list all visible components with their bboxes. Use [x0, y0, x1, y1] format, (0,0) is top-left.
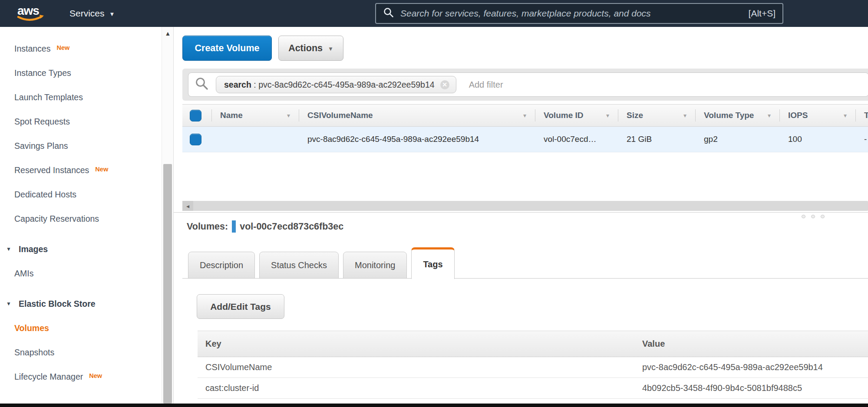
- column-header[interactable]: Size ▾: [618, 105, 695, 126]
- section-collapse-icon[interactable]: ▼: [6, 301, 14, 307]
- aws-logo-icon[interactable]: aws: [17, 3, 46, 24]
- select-all-checkbox[interactable]: [190, 110, 201, 121]
- sort-icon[interactable]: ▾: [287, 112, 290, 119]
- sidebar-item[interactable]: ▼ Capacity Reservations: [0, 207, 174, 231]
- sidebar-item-label: Launch Templates: [14, 92, 83, 102]
- tag-key: CSIVolumeName: [198, 362, 632, 372]
- sidebar-item-label: Instances: [14, 44, 50, 54]
- column-header[interactable]: Volume ID ▾: [535, 105, 618, 126]
- column-header[interactable]: T ▾: [855, 105, 868, 126]
- cell-size: 21 GiB: [618, 127, 695, 152]
- row-select-cell: [182, 127, 211, 152]
- column-header[interactable]: Volume Type ▾: [695, 105, 779, 126]
- detail-tab[interactable]: Description: [188, 252, 255, 279]
- column-header-label: CSIVolumeName: [307, 111, 373, 120]
- sidebar-item-label: Reserved Instances: [14, 165, 89, 175]
- cell-volume-type: gp2: [695, 127, 779, 152]
- sidebar-item-label: Elastic Block Store: [19, 299, 96, 309]
- tag-row: cast:cluster-id 4b092cb5-3458-4f90-9b4c-…: [198, 378, 868, 399]
- volumes-table-header: Name ▾ CSIVolumeName ▾ Volume ID ▾ Size …: [182, 104, 868, 127]
- chevron-down-icon: ▼: [109, 10, 115, 17]
- detail-tab[interactable]: Status Checks: [259, 252, 339, 279]
- main-content: Create Volume Actions ▼ search : pvc-8ac…: [174, 27, 868, 404]
- sort-icon[interactable]: ▾: [683, 112, 686, 119]
- search-icon: [383, 7, 394, 20]
- filter-tag[interactable]: search : pvc-8ac9d62c-c645-495a-989a-ac2…: [216, 76, 456, 93]
- sidebar-item[interactable]: ▼ Lifecycle Manager New: [0, 364, 174, 389]
- sidebar-scrollbar[interactable]: ▲: [162, 27, 173, 404]
- select-all-cell: [182, 105, 211, 126]
- tags-value-header: Value: [632, 339, 868, 349]
- sidebar-item[interactable]: ▼ Snapshots: [0, 340, 174, 364]
- sort-icon[interactable]: ▾: [768, 112, 771, 119]
- tag-value: pvc-8ac9d62c-c645-495a-989a-ac292ee59b14: [632, 362, 868, 372]
- column-header[interactable]: Name ▾: [211, 105, 299, 126]
- tag-key: cast:cluster-id: [198, 383, 632, 393]
- tab-label: Tags: [423, 259, 442, 269]
- tags-table: Key Value CSIVolumeName pvc-8ac9d62c-c64…: [198, 331, 868, 399]
- sort-icon[interactable]: ▾: [844, 112, 847, 119]
- sidebar-item-label: Spot Requests: [14, 117, 70, 127]
- sidebar: ▼ Instances New ▼ Instance Types ▼ Launc…: [0, 27, 174, 404]
- sort-icon[interactable]: ▾: [606, 112, 609, 119]
- scroll-left-icon[interactable]: ◂: [182, 201, 193, 211]
- cell-csi-volume-name: pvc-8ac9d62c-c645-495a-989a-ac292ee59b14: [299, 127, 535, 152]
- sidebar-item[interactable]: ▼ Launch Templates: [0, 85, 174, 109]
- cell-iops: 100: [779, 127, 855, 152]
- sidebar-item[interactable]: ▼ Images: [0, 237, 174, 261]
- sidebar-item-label: Snapshots: [14, 348, 54, 358]
- sidebar-item[interactable]: ▼ Elastic Block Store: [0, 292, 174, 316]
- tags-key-header: Key: [198, 339, 632, 349]
- panel-resize-handle[interactable]: [802, 215, 825, 218]
- column-header[interactable]: IOPS ▾: [779, 105, 855, 126]
- column-header-label: T: [864, 111, 868, 120]
- tags-table-header: Key Value: [198, 331, 868, 357]
- column-header[interactable]: CSIVolumeName ▾: [299, 105, 535, 126]
- filter-key: search: [224, 80, 251, 90]
- volume-id-marker: [232, 220, 236, 233]
- sidebar-item[interactable]: ▼ Spot Requests: [0, 109, 174, 134]
- sidebar-item[interactable]: ▼ Volumes: [0, 316, 174, 340]
- global-search-input[interactable]: Search for services, features, marketpla…: [375, 3, 783, 24]
- sidebar-item-label: Savings Plans: [14, 141, 68, 151]
- sidebar-item-label: Images: [19, 244, 48, 254]
- add-filter-placeholder: Add filter: [469, 80, 503, 90]
- sidebar-item[interactable]: ▼ AMIs: [0, 261, 174, 286]
- sidebar-item-label: Lifecycle Manager: [14, 372, 83, 382]
- top-nav: aws Services ▼ Search for services, feat…: [0, 0, 868, 27]
- row-checkbox[interactable]: [190, 134, 201, 145]
- sidebar-item[interactable]: ▼ Dedicated Hosts: [0, 182, 174, 207]
- filter-bar: search : pvc-8ac9d62c-c645-495a-989a-ac2…: [182, 69, 868, 101]
- volume-table-row[interactable]: pvc-8ac9d62c-c645-495a-989a-ac292ee59b14…: [182, 127, 868, 152]
- horizontal-scrollbar[interactable]: ◂: [182, 201, 868, 211]
- search-icon: [195, 77, 208, 92]
- services-menu[interactable]: Services ▼: [69, 8, 115, 19]
- scroll-up-icon[interactable]: ▲: [162, 30, 174, 37]
- sidebar-item-label: Volumes: [14, 323, 49, 333]
- sidebar-item[interactable]: ▼ Network & Security: [0, 395, 174, 404]
- sidebar-divider: [173, 27, 174, 404]
- sidebar-item-label: Dedicated Hosts: [14, 190, 76, 200]
- tab-label: Monitoring: [355, 260, 395, 270]
- tag-row: CSIVolumeName pvc-8ac9d62c-c645-495a-989…: [198, 357, 868, 378]
- sidebar-item[interactable]: ▼ Instances New: [0, 36, 174, 61]
- detail-tabs: Description Status Checks Monitoring Tag…: [188, 247, 455, 279]
- sidebar-item[interactable]: ▼ Savings Plans: [0, 134, 174, 158]
- add-edit-tags-button[interactable]: Add/Edit Tags: [197, 294, 284, 319]
- sidebar-item[interactable]: ▼ Instance Types: [0, 61, 174, 85]
- sidebar-item-label: AMIs: [14, 269, 33, 279]
- clear-filter-icon[interactable]: ✕: [440, 80, 449, 89]
- sidebar-list: ▼ Instances New ▼ Instance Types ▼ Launc…: [0, 27, 174, 404]
- detail-tab[interactable]: Monitoring: [343, 252, 407, 279]
- create-volume-button[interactable]: Create Volume: [182, 36, 272, 61]
- section-collapse-icon[interactable]: ▼: [6, 246, 14, 252]
- sidebar-scrollbar-thumb[interactable]: [163, 164, 172, 404]
- tags-table-body: CSIVolumeName pvc-8ac9d62c-c645-495a-989…: [198, 357, 868, 399]
- detail-tab[interactable]: Tags: [411, 247, 454, 279]
- filter-search-input[interactable]: search : pvc-8ac9d62c-c645-495a-989a-ac2…: [188, 72, 868, 97]
- tab-label: Status Checks: [271, 260, 327, 270]
- cell-name: [211, 127, 299, 152]
- sort-icon[interactable]: ▾: [523, 112, 526, 119]
- sidebar-item[interactable]: ▼ Reserved Instances New: [0, 158, 174, 182]
- actions-button[interactable]: Actions ▼: [278, 36, 343, 61]
